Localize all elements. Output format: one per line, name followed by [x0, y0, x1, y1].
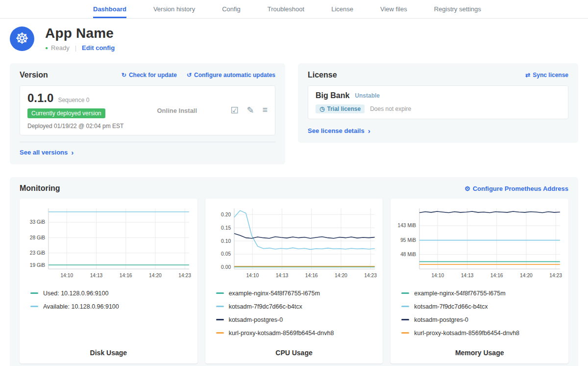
- wheel-icon: ☸: [15, 31, 29, 46]
- license-channel: Unstable: [355, 92, 380, 99]
- version-action-icons: ☑ ✎ ≡: [230, 105, 268, 116]
- see-license-details-label: See license details: [308, 127, 365, 134]
- deployed-timestamp: Deployed 01/19/22 @ 02:04 pm EST: [27, 123, 123, 130]
- memory-usage-legend: example-nginx-54f8f76755-l675mkotsadm-7f…: [401, 284, 562, 343]
- sync-icon: ⇄: [525, 72, 530, 78]
- trial-license-label: Trial license: [327, 105, 361, 112]
- configure-automatic-updates-label: Configure automatic updates: [194, 72, 275, 78]
- svg-text:14:10: 14:10: [246, 273, 259, 278]
- license-card-header: License ⇄ Sync license: [308, 71, 568, 79]
- svg-text:28 GiB: 28 GiB: [30, 235, 46, 240]
- version-card-actions: ↻ Check for update ↺ Configure automatic…: [122, 72, 275, 78]
- legend-swatch: [401, 332, 409, 334]
- disk-usage-legend: Used: 10.128.0.96:9100Available: 10.128.…: [30, 284, 191, 316]
- license-info-box: Big Bank Unstable ◷ Trial license Does n…: [308, 85, 568, 119]
- version-number: 0.1.0: [27, 91, 53, 105]
- legend-item: kotsadm-postgres-0: [216, 316, 376, 323]
- disk-usage-title: Disk Usage: [24, 346, 193, 359]
- edit-version-config-icon[interactable]: ✎: [246, 105, 254, 116]
- kubernetes-logo-icon: ☸: [10, 26, 34, 51]
- configure-automatic-updates-link[interactable]: ↺ Configure automatic updates: [187, 72, 275, 78]
- svg-text:95 MiB: 95 MiB: [400, 237, 416, 243]
- legend-label: kotsadm-7f9dc7d66c-b4tcx: [229, 303, 302, 310]
- legend-item: kotsadm-postgres-0: [401, 316, 562, 323]
- status-dot-icon: ●: [45, 45, 48, 51]
- version-card: Version ↻ Check for update ↺ Configure a…: [10, 63, 285, 164]
- license-card-title: License: [308, 71, 337, 79]
- legend-label: Available: 10.128.0.96:9100: [43, 303, 119, 310]
- see-license-details-link[interactable]: See license details ›: [308, 127, 370, 135]
- version-card-title: Version: [20, 71, 48, 79]
- svg-text:14:20: 14:20: [149, 273, 162, 278]
- configure-prometheus-link[interactable]: ⚙ Configure Prometheus Address: [465, 185, 568, 192]
- svg-text:0.05: 0.05: [221, 251, 231, 257]
- tab-license[interactable]: License: [331, 0, 353, 18]
- see-all-versions-link[interactable]: See all versions ›: [20, 148, 74, 157]
- charts-row: 14:1014:1314:1614:2014:2319 GiB23 GiB28 …: [20, 199, 568, 364]
- sync-license-label: Sync license: [533, 72, 568, 78]
- svg-text:0.00: 0.00: [221, 264, 231, 270]
- legend-label: Used: 10.128.0.96:9100: [43, 290, 108, 297]
- cpu-usage-legend: example-nginx-54f8f76755-l675mkotsadm-7f…: [216, 284, 376, 343]
- app-header: ☸ App Name ● Ready | Edit config: [10, 26, 578, 52]
- monitoring-title: Monitoring: [20, 184, 60, 193]
- app-status-text: Ready: [51, 44, 70, 52]
- legend-label: kurl-proxy-kotsadm-8569fb6454-dnvh8: [229, 330, 334, 337]
- legend-label: example-nginx-54f8f76755-l675m: [414, 290, 505, 297]
- svg-text:143 MiB: 143 MiB: [398, 223, 416, 228]
- tab-view-files[interactable]: View files: [380, 0, 407, 18]
- preflight-checks-icon[interactable]: ☑: [230, 105, 238, 116]
- svg-text:14:13: 14:13: [461, 273, 474, 278]
- svg-text:0.15: 0.15: [221, 225, 231, 231]
- cards-row: Version ↻ Check for update ↺ Configure a…: [10, 63, 578, 164]
- svg-text:23 GiB: 23 GiB: [30, 250, 46, 256]
- memory-usage-title: Memory Usage: [395, 346, 564, 359]
- refresh-icon: ↻: [122, 72, 126, 78]
- legend-label: example-nginx-54f8f76755-l675m: [229, 290, 320, 297]
- auto-update-icon: ↺: [187, 72, 192, 78]
- version-card-header: Version ↻ Check for update ↺ Configure a…: [20, 71, 275, 79]
- svg-text:0.10: 0.10: [221, 238, 231, 244]
- current-version-box: 0.1.0 Sequence 0 Currently deployed vers…: [20, 85, 275, 135]
- legend-label: kotsadm-postgres-0: [229, 316, 283, 323]
- sync-license-link[interactable]: ⇄ Sync license: [525, 72, 568, 78]
- legend-label: kotsadm-postgres-0: [414, 316, 468, 323]
- legend-swatch: [216, 292, 224, 294]
- svg-text:14:20: 14:20: [520, 273, 533, 278]
- chevron-right-icon: ›: [368, 127, 370, 135]
- edit-config-link[interactable]: Edit config: [82, 44, 115, 52]
- svg-text:14:16: 14:16: [490, 273, 503, 278]
- monitoring-card: Monitoring ⚙ Configure Prometheus Addres…: [10, 177, 578, 366]
- tab-config[interactable]: Config: [222, 0, 241, 18]
- tab-version-history[interactable]: Version history: [153, 0, 195, 18]
- tab-dashboard[interactable]: Dashboard: [93, 0, 126, 18]
- app-status-row: ● Ready | Edit config: [45, 44, 115, 52]
- install-type-label: Online Install: [123, 107, 230, 114]
- top-nav: Dashboard Version history Config Trouble…: [0, 0, 588, 19]
- legend-swatch: [401, 306, 409, 307]
- tab-registry-settings[interactable]: Registry settings: [434, 0, 481, 18]
- svg-text:14:13: 14:13: [90, 273, 103, 278]
- page-content: ☸ App Name ● Ready | Edit config Version…: [0, 26, 588, 366]
- legend-label: kurl-proxy-kotsadm-8569fb6454-dnvh8: [414, 330, 519, 337]
- svg-text:33 GiB: 33 GiB: [30, 219, 46, 225]
- disk-usage-card: 14:1014:1314:1614:2014:2319 GiB23 GiB28 …: [20, 199, 197, 364]
- legend-swatch: [401, 292, 409, 294]
- svg-text:14:23: 14:23: [178, 273, 191, 278]
- svg-text:14:16: 14:16: [305, 273, 318, 278]
- check-for-update-label: Check for update: [129, 72, 177, 78]
- app-title: App Name: [45, 26, 115, 41]
- tab-troubleshoot[interactable]: Troubleshoot: [268, 0, 304, 18]
- deploy-logs-icon[interactable]: ≡: [262, 105, 268, 116]
- check-for-update-link[interactable]: ↻ Check for update: [122, 72, 177, 78]
- legend-label: kotsadm-7f9dc7d66c-b4tcx: [414, 303, 488, 310]
- legend-item: kurl-proxy-kotsadm-8569fb6454-dnvh8: [401, 330, 562, 337]
- legend-swatch: [216, 319, 224, 320]
- legend-swatch: [401, 319, 409, 320]
- memory-usage-card: 14:1014:1314:1614:2014:2348 MiB95 MiB143…: [391, 199, 568, 364]
- currently-deployed-badge: Currently deployed version: [27, 108, 105, 118]
- disk-usage-chart: 14:1014:1314:1614:2014:2319 GiB23 GiB28 …: [24, 205, 193, 281]
- legend-item: kotsadm-7f9dc7d66c-b4tcx: [216, 303, 376, 310]
- svg-text:0.20: 0.20: [221, 212, 231, 217]
- license-meta-row: ◷ Trial license Does not expire: [316, 105, 561, 113]
